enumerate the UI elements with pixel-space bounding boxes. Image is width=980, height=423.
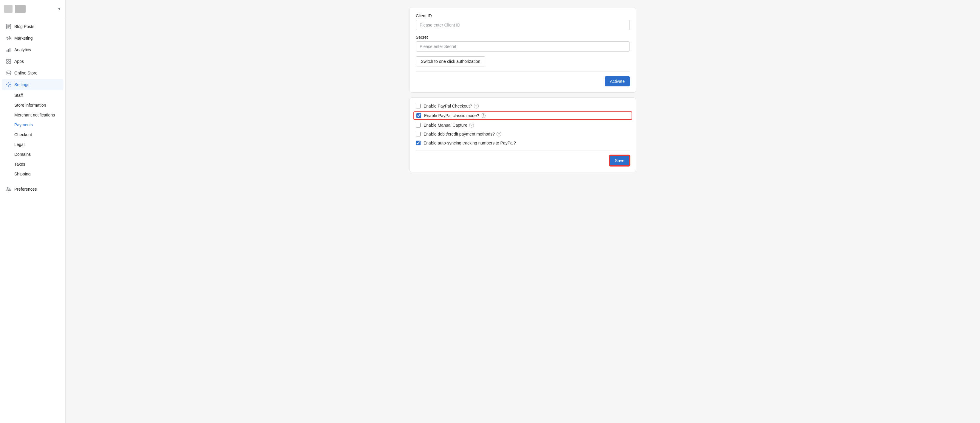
sidebar-sub-item-label: Legal xyxy=(14,142,24,147)
sidebar-item-label: Online Store xyxy=(14,71,38,75)
sidebar-item-label: Marketing xyxy=(14,36,32,41)
svg-rect-11 xyxy=(9,62,11,63)
svg-rect-10 xyxy=(6,62,8,63)
sidebar-item-domains[interactable]: Domains xyxy=(2,149,64,159)
sidebar-item-analytics[interactable]: Analytics xyxy=(2,44,64,55)
bar-chart-icon xyxy=(6,47,11,52)
sliders-icon xyxy=(6,187,11,192)
store-icon xyxy=(6,70,11,76)
svg-point-4 xyxy=(10,38,11,39)
help-icon-manual-capture[interactable]: ? xyxy=(469,123,474,127)
sidebar-item-staff[interactable]: Staff xyxy=(2,90,64,100)
paypal-checkout-label: Enable PayPal Checkout? ? xyxy=(423,104,479,108)
secret-group: Secret xyxy=(416,35,630,52)
switch-authorization-button[interactable]: Switch to one click authorization xyxy=(416,56,485,67)
svg-point-13 xyxy=(8,84,10,86)
svg-rect-7 xyxy=(10,48,10,52)
svg-point-19 xyxy=(7,190,8,191)
sidebar-logo[interactable]: ▼ xyxy=(0,0,65,18)
svg-rect-6 xyxy=(8,49,9,52)
svg-rect-12 xyxy=(7,73,10,75)
svg-point-18 xyxy=(9,189,10,190)
client-id-group: Client ID xyxy=(416,13,630,30)
paypal-options-card: Enable PayPal Checkout? ? Enable PayPal … xyxy=(409,97,636,172)
sidebar-item-label: Apps xyxy=(14,59,24,64)
sidebar-item-label: Settings xyxy=(14,82,30,87)
megaphone-icon xyxy=(6,35,11,41)
manual-capture-checkbox[interactable] xyxy=(416,123,420,127)
client-id-input[interactable] xyxy=(416,20,630,30)
sidebar-item-label: Blog Posts xyxy=(14,24,34,29)
sidebar-item-preferences[interactable]: Preferences xyxy=(2,184,64,195)
sidebar-sub-item-label: Checkout xyxy=(14,132,32,137)
help-icon-paypal-checkout[interactable]: ? xyxy=(474,104,479,108)
svg-rect-9 xyxy=(9,59,11,61)
checkbox-item-paypal-classic: Enable PayPal classic mode? ? xyxy=(414,111,632,120)
sidebar-item-settings[interactable]: Settings xyxy=(2,79,64,90)
svg-point-17 xyxy=(7,187,8,189)
gear-icon xyxy=(6,82,11,87)
sidebar-item-taxes[interactable]: Taxes xyxy=(2,159,64,169)
sidebar-sub-item-label: Merchant notifications xyxy=(14,112,55,117)
content-wrapper: Client ID Secret Switch to one click aut… xyxy=(409,7,636,172)
sidebar-item-shipping[interactable]: Shipping xyxy=(2,169,64,179)
sidebar-sub-item-label: Domains xyxy=(14,152,31,157)
paypal-classic-label: Enable PayPal classic mode? ? xyxy=(424,113,485,118)
paypal-checkout-checkbox[interactable] xyxy=(416,104,420,108)
help-icon-paypal-classic[interactable]: ? xyxy=(481,113,485,118)
sidebar-item-legal[interactable]: Legal xyxy=(2,140,64,149)
logo-icon-1 xyxy=(4,5,13,13)
secret-input[interactable] xyxy=(416,41,630,52)
svg-rect-8 xyxy=(6,59,8,61)
sidebar-sub-item-label: Staff xyxy=(14,93,23,98)
sidebar-item-label: Preferences xyxy=(14,187,37,192)
sidebar-item-online-store[interactable]: Online Store xyxy=(2,67,64,79)
secret-label: Secret xyxy=(416,35,630,40)
credentials-card: Client ID Secret Switch to one click aut… xyxy=(409,7,636,93)
main-content: Client ID Secret Switch to one click aut… xyxy=(65,0,980,423)
sidebar-item-blog-posts[interactable]: Blog Posts xyxy=(2,21,64,32)
sidebar-sub-item-label: Taxes xyxy=(14,162,25,166)
sidebar-item-merchant-notifications[interactable]: Merchant notifications xyxy=(2,110,64,120)
client-id-label: Client ID xyxy=(416,13,630,18)
sidebar-item-label: Analytics xyxy=(14,48,31,52)
svg-rect-5 xyxy=(6,50,8,52)
activate-button[interactable]: Activate xyxy=(605,76,630,86)
help-icon-debit-credit[interactable]: ? xyxy=(496,131,501,136)
save-actions: Save xyxy=(416,150,630,166)
sidebar-sub-item-label: Store information xyxy=(14,103,46,108)
sidebar-item-payments[interactable]: Payments xyxy=(2,120,64,130)
sidebar-item-store-information[interactable]: Store information xyxy=(2,100,64,110)
checkbox-item-manual-capture: Enable Manual Capture ? xyxy=(416,123,630,127)
paypal-classic-checkbox[interactable] xyxy=(416,113,421,118)
sidebar: ▼ Blog Posts xyxy=(0,0,65,423)
debit-credit-label: Enable debit/credit payment methods? ? xyxy=(423,131,501,136)
manual-capture-label: Enable Manual Capture ? xyxy=(423,123,474,127)
checkbox-list: Enable PayPal Checkout? ? Enable PayPal … xyxy=(416,104,630,145)
sidebar-item-apps[interactable]: Apps xyxy=(2,56,64,67)
document-icon xyxy=(6,24,11,29)
sidebar-item-marketing[interactable]: Marketing xyxy=(2,32,64,44)
checkbox-item-paypal-checkout: Enable PayPal Checkout? ? xyxy=(416,104,630,108)
card-actions-top: Activate xyxy=(416,71,630,86)
chevron-down-icon[interactable]: ▼ xyxy=(57,7,61,11)
sidebar-item-checkout[interactable]: Checkout xyxy=(2,130,64,139)
sidebar-nav: Blog Posts Marketing Analy xyxy=(0,18,65,423)
logo-icon-2 xyxy=(15,5,25,13)
debit-credit-checkbox[interactable] xyxy=(416,131,420,136)
sidebar-sub-item-label: Payments xyxy=(14,122,33,127)
auto-syncing-label: Enable auto-syncing tracking numbers to … xyxy=(423,141,516,145)
checkbox-item-auto-syncing: Enable auto-syncing tracking numbers to … xyxy=(416,141,630,145)
checkbox-item-debit-credit: Enable debit/credit payment methods? ? xyxy=(416,131,630,136)
sidebar-sub-item-label: Shipping xyxy=(14,171,31,176)
save-button[interactable]: Save xyxy=(609,155,630,166)
apps-grid-icon xyxy=(6,59,11,64)
auto-syncing-checkbox[interactable] xyxy=(416,141,420,145)
